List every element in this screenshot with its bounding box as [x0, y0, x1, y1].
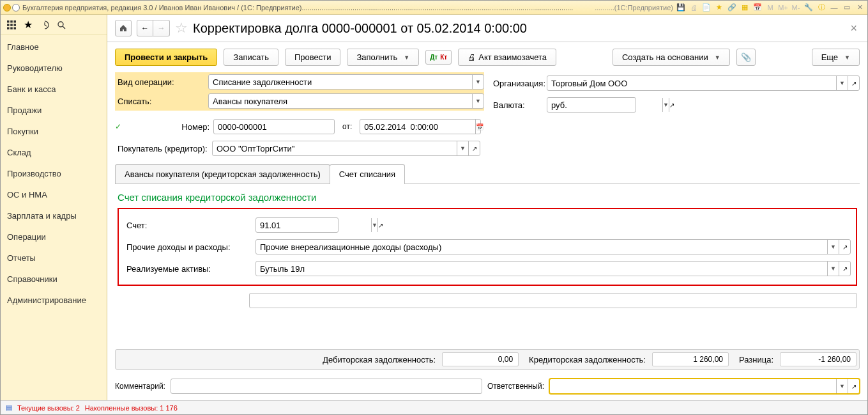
responsible-combo[interactable]: ▼ ↗	[549, 379, 860, 394]
tab-advances[interactable]: Авансы покупателя (кредиторская задолжен…	[115, 164, 330, 184]
post-and-close-button[interactable]: Провести и закрыть	[115, 49, 217, 66]
link-icon[interactable]: 🔗	[727, 3, 737, 13]
open-icon[interactable]: ↗	[848, 379, 859, 393]
write-off-combo[interactable]: ▼	[208, 93, 484, 109]
currency-combo[interactable]: ▼ ↗	[547, 97, 636, 113]
calendar-icon[interactable]: 📅	[752, 3, 763, 13]
forward-button[interactable]: →	[153, 20, 170, 36]
dtkt-button[interactable]: ДтКт	[425, 50, 452, 65]
tabs: Авансы покупателя (кредиторская задолжен…	[115, 164, 860, 184]
maximize-icon[interactable]: ▭	[842, 3, 852, 13]
write-button[interactable]: Записать	[224, 49, 278, 66]
date-field[interactable]: 📅	[360, 119, 481, 134]
buyer-combo[interactable]: ▼ ↗	[212, 141, 480, 156]
dropdown-icon[interactable]: ▼	[836, 379, 848, 393]
history-icon[interactable]	[39, 19, 50, 31]
sidebar-item-operations[interactable]: Операции	[1, 226, 107, 247]
sidebar-item-admin[interactable]: Администрирование	[1, 290, 107, 311]
save-icon[interactable]: 💾	[676, 3, 686, 13]
comment-label: Комментарий:	[115, 382, 165, 391]
sidebar-item-salary[interactable]: Зарплата и кадры	[1, 205, 107, 226]
sidebar-item-reports[interactable]: Отчеты	[1, 247, 107, 269]
svg-rect-0	[7, 20, 10, 23]
open-icon[interactable]: ↗	[848, 76, 859, 90]
svg-rect-6	[7, 27, 10, 29]
sidebar-item-bank[interactable]: Банк и касса	[1, 79, 107, 100]
dropdown-icon[interactable]: ▼	[371, 218, 377, 232]
back-button[interactable]: ←	[137, 20, 153, 36]
sidebar-item-warehouse[interactable]: Склад	[1, 142, 107, 163]
fill-button[interactable]: Заполнить▼	[347, 49, 419, 66]
dropdown-icon[interactable]: ▼	[827, 240, 839, 254]
comment-field[interactable]	[171, 379, 482, 394]
attachments-button[interactable]: 📎	[736, 49, 756, 66]
buyer-input[interactable]	[213, 141, 457, 155]
other-income-input[interactable]	[256, 240, 827, 254]
empty-input[interactable]	[250, 294, 857, 308]
sidebar-item-catalogs[interactable]: Справочники	[1, 269, 107, 290]
memory-mminus-icon[interactable]: M-	[791, 3, 801, 13]
organization-combo[interactable]: ▼ ↗	[547, 75, 860, 91]
assets-input[interactable]	[256, 262, 827, 276]
dropdown-icon[interactable]: ▼	[836, 76, 848, 90]
empty-combo[interactable]	[249, 293, 857, 308]
dropdown-icon[interactable]: ▼	[472, 94, 483, 108]
doc-icon[interactable]: 📄	[701, 3, 712, 13]
home-button[interactable]	[115, 20, 132, 36]
date-input[interactable]	[360, 120, 475, 134]
sidebar-item-purchases[interactable]: Покупки	[1, 121, 107, 142]
settings-icon[interactable]: 🔧	[803, 3, 814, 13]
credit-value: 1 260,00	[652, 352, 729, 366]
print-icon[interactable]: 🖨	[689, 3, 699, 13]
create-based-button[interactable]: Создать на основании▼	[613, 49, 730, 66]
close-document-icon[interactable]: ×	[848, 22, 860, 35]
post-button[interactable]: Провести	[285, 49, 341, 66]
dropdown-icon[interactable]: ▼	[472, 75, 483, 89]
account-combo[interactable]: ▼ ↗	[255, 217, 339, 233]
debit-label: Дебиторская задолженность:	[319, 355, 436, 364]
act-button[interactable]: 🖨Акт взаимозачета	[458, 49, 556, 66]
responsible-input[interactable]	[550, 379, 836, 393]
open-icon[interactable]: ↗	[669, 98, 674, 112]
number-field[interactable]	[213, 119, 335, 134]
operation-type-input[interactable]	[209, 75, 472, 89]
status-current: Текущие вызовы: 2	[17, 404, 80, 412]
favorites-icon[interactable]: ★	[22, 19, 34, 31]
titlebar-dropdown[interactable]	[12, 4, 20, 12]
statusbar: ▤ Текущие вызовы: 2 Накопленные вызовы: …	[1, 400, 867, 414]
currency-input[interactable]	[547, 98, 662, 112]
dropdown-icon[interactable]: ▼	[662, 98, 669, 112]
number-input[interactable]	[214, 120, 334, 134]
sidebar-item-manager[interactable]: Руководителю	[1, 58, 107, 79]
operation-type-combo[interactable]: ▼	[208, 74, 484, 90]
memory-m-icon[interactable]: M	[765, 3, 775, 13]
account-input[interactable]	[256, 218, 371, 232]
memory-mplus-icon[interactable]: M+	[778, 3, 788, 13]
other-income-combo[interactable]: ▼ ↗	[255, 239, 851, 254]
minimize-icon[interactable]: —	[829, 3, 839, 13]
favorite-star-icon[interactable]: ☆	[175, 20, 188, 36]
apps-icon[interactable]	[6, 19, 17, 31]
star-icon[interactable]: ★	[714, 3, 724, 13]
info-icon[interactable]: ⓘ	[816, 3, 826, 13]
open-icon[interactable]: ↗	[839, 262, 850, 276]
more-button[interactable]: Еще▼	[812, 49, 860, 66]
assets-combo[interactable]: ▼ ↗	[255, 261, 851, 276]
organization-input[interactable]	[547, 76, 836, 90]
tab-writeoff-account[interactable]: Счет списания	[330, 164, 405, 184]
calendar-icon[interactable]: 📅	[475, 120, 483, 134]
open-icon[interactable]: ↗	[468, 141, 480, 155]
comment-input[interactable]	[171, 379, 482, 393]
write-off-input[interactable]	[209, 94, 472, 108]
sidebar-item-main[interactable]: Главное	[1, 36, 107, 58]
open-icon[interactable]: ↗	[377, 218, 383, 232]
dropdown-icon[interactable]: ▼	[827, 262, 839, 276]
sidebar-item-sales[interactable]: Продажи	[1, 100, 107, 121]
calc-icon[interactable]: ▦	[740, 3, 750, 13]
dropdown-icon[interactable]: ▼	[457, 141, 468, 155]
sidebar-item-production[interactable]: Производство	[1, 163, 107, 184]
close-icon[interactable]: ✕	[855, 3, 865, 13]
sidebar-item-assets[interactable]: ОС и НМА	[1, 184, 107, 205]
search-icon[interactable]	[56, 19, 67, 31]
open-icon[interactable]: ↗	[839, 240, 850, 254]
